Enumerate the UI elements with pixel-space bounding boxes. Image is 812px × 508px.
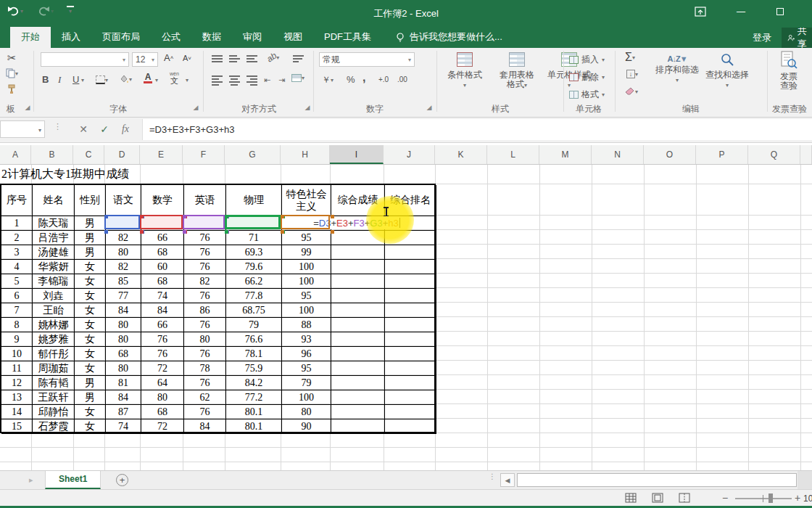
table-cell[interactable]: 84 (106, 303, 141, 318)
table-cell[interactable]: 82 (106, 231, 141, 245)
table-cell[interactable]: 82 (184, 274, 226, 289)
share-button[interactable]: 共享 (782, 28, 812, 48)
table-cell[interactable] (385, 303, 436, 318)
table-cell[interactable]: 王眙 (33, 303, 75, 318)
table-cell[interactable]: 88 (282, 318, 331, 332)
name-box[interactable]: ▾ (0, 120, 45, 138)
table-cell[interactable]: 77.8 (226, 289, 282, 303)
ribbon-tab-开始[interactable]: 开始 (10, 27, 51, 48)
table-cell[interactable] (331, 260, 385, 274)
table-cell[interactable]: 李锦瑞 (33, 274, 75, 289)
table-cell[interactable]: 男 (75, 390, 106, 405)
table-cell[interactable]: 12 (1, 376, 33, 390)
table-header-cell[interactable]: 物理 (226, 185, 282, 216)
comma-style-button[interactable]: , (362, 71, 365, 84)
table-cell[interactable] (385, 274, 436, 289)
table-cell[interactable] (385, 405, 436, 419)
top-align-button[interactable] (212, 54, 223, 64)
decrease-font-button[interactable]: A˅ (183, 54, 191, 62)
column-header-K[interactable]: K (435, 145, 487, 164)
decrease-indent-button[interactable]: ⇤ (264, 75, 270, 85)
table-cell[interactable]: 1 (1, 216, 33, 231)
table-cell[interactable]: 64 (141, 376, 184, 390)
table-cell[interactable]: 3 (1, 245, 33, 260)
table-cell[interactable] (385, 347, 436, 361)
table-cell[interactable]: 62 (184, 390, 226, 405)
table-cell[interactable]: 68 (141, 405, 184, 419)
cut-button[interactable]: ✂ (7, 52, 17, 65)
underline-button[interactable]: U (72, 74, 79, 85)
table-cell[interactable]: 石梦霞 (33, 419, 75, 434)
table-cell[interactable] (385, 289, 436, 303)
table-cell[interactable]: 76 (141, 347, 184, 361)
table-cell[interactable] (385, 260, 436, 274)
column-header-A[interactable]: A (0, 145, 31, 164)
format-as-table-button[interactable]: 套用表格格式▾ (492, 52, 542, 90)
table-cell[interactable]: 9 (1, 332, 33, 347)
table-cell[interactable]: 女 (75, 405, 106, 419)
table-cell[interactable]: 76 (184, 347, 226, 361)
clipboard-dialog-launcher[interactable]: ◢ (23, 103, 32, 112)
number-format-combo[interactable]: 常规▾ (319, 52, 415, 67)
table-cell[interactable]: 84 (106, 390, 141, 405)
table-cell[interactable]: 80 (106, 245, 141, 260)
table-cell[interactable]: 100 (282, 303, 331, 318)
table-cell[interactable] (331, 245, 385, 260)
table-header-cell[interactable]: 特色社会主义 (282, 185, 331, 216)
table-cell[interactable]: 80.1 (226, 405, 282, 419)
table-cell[interactable]: 93 (282, 332, 331, 347)
fill-button[interactable]: ↓▾ (626, 70, 638, 78)
increase-indent-button[interactable]: ⇥ (278, 75, 285, 85)
table-cell[interactable]: 80.1 (226, 419, 282, 434)
table-cell[interactable]: 80 (106, 332, 141, 347)
table-cell[interactable]: 80 (106, 361, 141, 376)
table-cell[interactable]: 8 (1, 318, 33, 332)
table-cell[interactable]: 100 (282, 390, 331, 405)
bold-button[interactable]: B (42, 74, 49, 85)
horizontal-scrollbar-thumb[interactable] (517, 473, 797, 487)
table-cell[interactable] (331, 419, 385, 434)
table-cell[interactable]: 85 (106, 274, 141, 289)
table-cell[interactable]: 80 (184, 332, 226, 347)
table-cell[interactable] (331, 376, 385, 390)
table-cell[interactable]: 76 (184, 318, 226, 332)
italic-button[interactable]: I (58, 74, 61, 86)
enter-button[interactable]: ✓ (95, 120, 114, 138)
table-cell[interactable]: 74 (141, 289, 184, 303)
ribbon-tab-PDF工具集[interactable]: PDF工具集 (313, 27, 382, 48)
zoom-slider-track[interactable] (735, 498, 792, 499)
table-cell[interactable]: 96 (282, 347, 331, 361)
table-cell[interactable] (331, 405, 385, 419)
table-cell[interactable]: 女 (75, 332, 106, 347)
font-color-button[interactable]: A (144, 73, 152, 83)
table-cell[interactable]: 76.6 (226, 332, 282, 347)
column-header-J[interactable]: J (384, 145, 435, 164)
table-cell[interactable]: 84 (184, 419, 226, 434)
table-cell[interactable] (331, 361, 385, 376)
column-header-I[interactable]: I (330, 145, 384, 164)
table-cell[interactable] (385, 318, 436, 332)
column-header-H[interactable]: H (281, 145, 330, 164)
table-cell[interactable]: 72 (141, 419, 184, 434)
table-cell[interactable]: 79 (226, 318, 282, 332)
table-cell[interactable]: 79.6 (226, 260, 282, 274)
table-cell[interactable]: 79 (282, 376, 331, 390)
table-cell[interactable]: 75.9 (226, 361, 282, 376)
ribbon-display-options-button[interactable] (684, 0, 716, 23)
normal-view-button[interactable] (625, 493, 637, 503)
table-cell[interactable]: 女 (75, 361, 106, 376)
table-cell[interactable]: 68.75 (226, 303, 282, 318)
table-cell[interactable]: 66 (141, 318, 184, 332)
page-break-view-button[interactable] (679, 493, 690, 503)
clear-button[interactable]: ▾ (625, 87, 638, 96)
table-header-cell[interactable]: 姓名 (33, 185, 75, 216)
table-cell[interactable]: 7 (1, 303, 33, 318)
table-cell[interactable]: 72 (141, 361, 184, 376)
decrease-decimal-button[interactable]: .00 (397, 75, 407, 83)
table-cell[interactable]: 王跃轩 (33, 390, 75, 405)
table-header-cell[interactable]: 语文 (106, 185, 141, 216)
table-cell[interactable]: 60 (141, 260, 184, 274)
table-cell[interactable]: 69.3 (226, 245, 282, 260)
zoom-slider-thumb[interactable] (768, 493, 773, 503)
table-cell[interactable]: 10 (1, 347, 33, 361)
